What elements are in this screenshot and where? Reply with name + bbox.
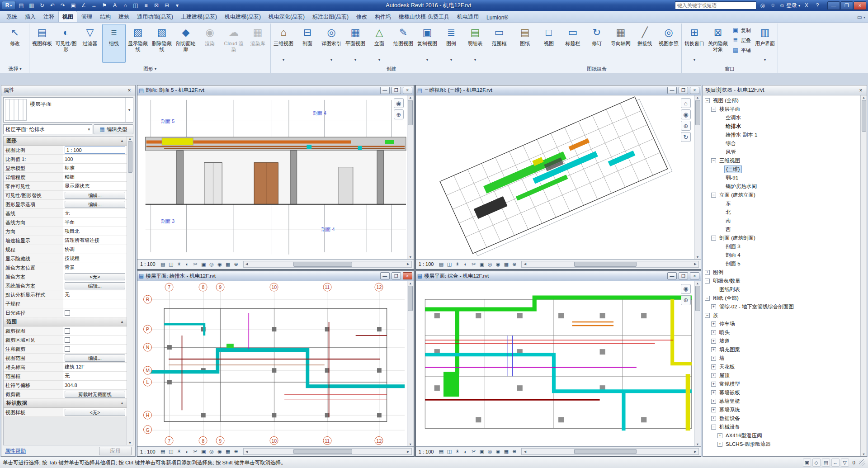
sheet-button[interactable]: ▤ 图纸 (513, 24, 537, 63)
tree-item[interactable]: 坡道 (703, 337, 860, 345)
ribbon-tab[interactable]: 视图 (58, 11, 77, 22)
visual-style-icon[interactable]: ◫ (167, 448, 175, 455)
viewport-titlebar[interactable]: ▤ 剖面: 剖面 5 - 机电12F.rvt — ❐ × (137, 85, 414, 95)
tree-item[interactable]: 立面 (建筑立面) (703, 191, 860, 199)
close-button[interactable]: × (690, 87, 699, 94)
tree-item[interactable]: 空调水 (703, 113, 860, 122)
reveal-hidden-elements-icon[interactable]: ◉ (216, 448, 224, 455)
close-hidden-windows-icon[interactable]: ⊠ (151, 1, 161, 10)
undo-icon[interactable]: ↶ (47, 1, 57, 10)
reveal-hidden-elements-icon[interactable]: ◉ (216, 260, 224, 268)
infocenter-search[interactable] (675, 1, 756, 9)
drafting-view-button[interactable]: ✎ 绘图视图 (392, 24, 415, 63)
drawing-area[interactable]: ⌂◉⊕↻ ▲ ▼ (416, 95, 701, 259)
ribbon-tab[interactable]: 橄榄山快模-免费工具 (395, 11, 453, 22)
aligned-dimension-icon[interactable]: ↔ (89, 1, 99, 10)
elevation-button[interactable]: △ 立面 (368, 24, 391, 63)
tree-item[interactable]: {三维} (703, 165, 860, 174)
tree-item[interactable]: 剖面 (建筑剖面) (703, 234, 860, 242)
close-icon[interactable]: × (857, 87, 864, 94)
tree-item[interactable]: 族 (703, 311, 860, 320)
minimize-button[interactable]: — (667, 87, 677, 94)
shadows-icon[interactable]: ◐ (184, 260, 191, 268)
minimize-button[interactable]: — (380, 272, 390, 279)
chevron-down-icon[interactable]: ▾ (125, 98, 133, 122)
scroll-right-icon[interactable]: ▶ (692, 450, 698, 454)
temporary-hide-isolate-icon[interactable]: ◎ (208, 448, 216, 455)
tree-item[interactable]: 弱-91 (703, 174, 860, 182)
scrollbar-thumb[interactable] (408, 100, 413, 125)
visual-style-icon[interactable]: ◫ (445, 260, 453, 268)
modify-button[interactable]: ↖ 修改 (2, 24, 28, 63)
tree-item[interactable]: 喷头 (703, 328, 860, 337)
tree-item[interactable]: 常规模型 (703, 380, 860, 388)
scroll-left-icon[interactable]: ◀ (244, 262, 250, 266)
thin-lines-button[interactable]: ≡ 细线 (102, 24, 126, 63)
measure-icon[interactable]: ∠ (79, 1, 89, 10)
property-row[interactable]: 裁剪区域可见 (4, 336, 127, 345)
plan-view-button[interactable]: ▦ 平面视图 (344, 24, 367, 63)
zoom-icon[interactable]: ⊕ (681, 295, 691, 305)
reveal-constraints-icon[interactable]: ⊕ (510, 448, 518, 455)
schedule-button[interactable]: ▤ 明细表 (463, 24, 487, 63)
restore-button[interactable]: ❐ (679, 272, 688, 279)
render-gallery-button[interactable]: ▦ 渲染库 (246, 24, 269, 63)
sync-with-central-icon[interactable]: ↻ (37, 1, 47, 10)
switch-windows-icon[interactable]: ⊞ (162, 1, 172, 10)
property-row[interactable]: 显示隐藏线 按规程 (4, 254, 127, 263)
navigation-wheel-icon[interactable]: ◉ (681, 109, 691, 119)
navigation-wheel-icon[interactable]: ◉ (394, 98, 404, 108)
tree-item[interactable]: 南 (703, 217, 860, 225)
tree-item[interactable]: 明细表/数量 (703, 277, 860, 285)
tree-toggle-icon[interactable] (711, 304, 716, 309)
horizontal-scrollbar[interactable]: ◀ ▶ (243, 261, 412, 268)
tree-toggle-icon[interactable] (711, 356, 716, 361)
worksets-icon[interactable]: ▣ (803, 459, 811, 467)
search-input[interactable] (677, 3, 754, 8)
apply-button[interactable]: 应用 (99, 447, 132, 455)
property-row[interactable]: 基线方向 平面 (4, 218, 127, 227)
scroll-down-icon[interactable]: ▼ (862, 453, 865, 456)
ribbon-tab[interactable]: 管理 (78, 11, 96, 22)
detail-level-icon[interactable]: ▤ (437, 448, 445, 455)
user-interface-button[interactable]: ▥ 用户界面 (753, 24, 777, 63)
filter-icon[interactable]: ▽ (841, 459, 849, 467)
minimize-button[interactable]: — (827, 1, 840, 10)
scroll-down-icon[interactable]: ▼ (696, 255, 699, 259)
restore-button[interactable]: ❐ (392, 272, 401, 279)
property-row[interactable]: 默认分析显示样式 无 (4, 290, 127, 299)
title-block-button[interactable]: ▭ 标题栏 (561, 24, 585, 63)
ribbon-tab[interactable]: 标注出图(品茗) (309, 11, 352, 22)
property-section-header[interactable]: 范围 ▲ (4, 317, 127, 326)
scrollbar-thumb[interactable] (574, 449, 637, 454)
visibility-graphics-button[interactable]: ◐ 可见性/图形 (54, 24, 78, 63)
view-scale[interactable]: 1 : 100 (418, 449, 437, 454)
tree-toggle-icon[interactable] (711, 107, 716, 112)
property-section-header[interactable]: 图形 ▲ (4, 137, 127, 146)
scroll-down-icon[interactable]: ▼ (128, 441, 132, 444)
crop-view-icon[interactable]: ✂ (470, 448, 477, 455)
panel-label-create[interactable]: 创建 (272, 65, 511, 73)
close-button[interactable]: × (403, 87, 412, 94)
show-hidden-lines-button[interactable]: ▨ 显示隐藏线 (126, 24, 150, 63)
property-row[interactable]: 规程 协调 (4, 245, 127, 254)
3d-view-button[interactable]: ⌂ 三维视图 (272, 24, 295, 63)
sun-path-icon[interactable]: ☀ (453, 448, 461, 455)
property-row[interactable]: 比例值 1: 100 (4, 155, 127, 164)
viewport-titlebar[interactable]: ▤ 三维视图: {三维} - 机电12F.rvt — ❐ × (416, 85, 701, 95)
property-row[interactable]: 墙连接显示 清理所有墙连接 (4, 236, 127, 245)
callout-button[interactable]: ◎ 详图索引 (320, 24, 343, 63)
reveal-constraints-icon[interactable]: ⊕ (232, 260, 240, 268)
section-collapse-icon[interactable]: ▲ (120, 139, 124, 143)
visual-style-icon[interactable]: ◫ (445, 448, 453, 455)
scroll-up-icon[interactable]: ▲ (696, 96, 699, 99)
property-row[interactable]: 基线 无 (4, 209, 127, 218)
tree-item[interactable]: 数据设备 (703, 414, 860, 423)
chevron-down-icon[interactable]: ▾ (863, 15, 865, 19)
render-button[interactable]: ◉ 渲染 (198, 24, 222, 63)
tree-toggle-icon[interactable] (705, 296, 710, 301)
scroll-up-icon[interactable]: ▲ (409, 96, 412, 99)
tree-toggle-icon[interactable] (711, 407, 716, 412)
vertical-scrollbar[interactable]: ▲ ▼ (694, 95, 701, 259)
vertical-scrollbar[interactable]: ▲ ▼ (694, 281, 701, 446)
